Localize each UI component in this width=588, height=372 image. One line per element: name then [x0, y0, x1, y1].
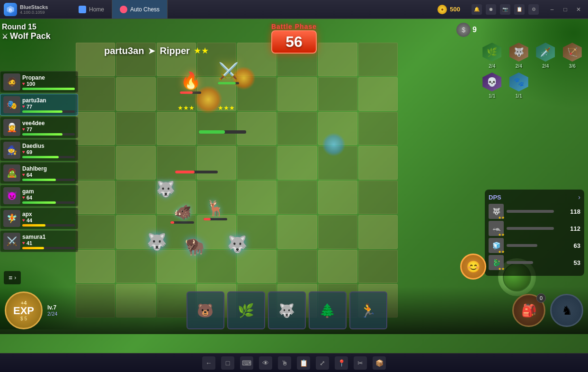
board-cell-5-2[interactable] — [157, 215, 196, 249]
board-cell-5-0[interactable] — [76, 215, 115, 249]
board-cell-1-3[interactable] — [197, 77, 236, 111]
board-cell-0-6[interactable] — [318, 43, 357, 76]
shop-slot-4[interactable]: 🏃 — [349, 291, 387, 329]
board-cell-4-1[interactable] — [116, 181, 155, 214]
board-cell-5-4[interactable] — [237, 215, 276, 249]
camera-button[interactable]: 👁 — [259, 356, 272, 370]
board-cell-5-3[interactable] — [197, 215, 236, 249]
cursor-button[interactable]: 🖱 — [278, 356, 291, 370]
board-cell-2-0[interactable] — [76, 112, 115, 145]
chess-board — [76, 43, 398, 318]
close-button[interactable]: ✕ — [573, 4, 584, 15]
board-cell-6-2[interactable] — [157, 250, 196, 283]
chess-tab[interactable]: Auto Chess — [112, 0, 168, 18]
trait-item-2[interactable]: 🗡️ 2/4 — [534, 42, 558, 69]
keyboard-button[interactable]: ⌨ — [240, 356, 253, 370]
copy-button[interactable]: 📋 — [297, 356, 310, 370]
player-item-vee4dee[interactable]: 🧝 vee4dee ♥ 77 — [0, 117, 78, 138]
bag-button[interactable]: 🎒 0 — [512, 294, 545, 327]
trait-item-1[interactable]: 🐺 2/4 — [507, 42, 531, 69]
board-cell-4-5[interactable] — [277, 181, 317, 214]
board-cell-3-3[interactable] — [197, 146, 236, 180]
board-cell-6-7[interactable] — [358, 250, 398, 283]
location-button[interactable]: 📍 — [335, 356, 348, 370]
board-cell-5-6[interactable] — [318, 215, 357, 249]
record-icon[interactable]: ⏺ — [486, 4, 496, 15]
board-cell-3-1[interactable] — [116, 146, 155, 180]
chat-button[interactable]: 😊 — [460, 254, 486, 280]
board-cell-2-5[interactable] — [277, 112, 317, 145]
board-cell-4-4[interactable] — [237, 181, 276, 214]
shop-slot-2[interactable]: 🐺 — [268, 291, 306, 329]
board-cell-1-6[interactable] — [318, 77, 357, 111]
menu-button[interactable]: ≡ › — [4, 271, 21, 284]
player-item-apx[interactable]: 🧚 apx ♥ 44 — [0, 208, 78, 229]
trait-item-3[interactable]: 🏹 3/6 — [561, 42, 585, 69]
home-button[interactable]: □ — [221, 356, 234, 370]
home-tab[interactable]: Home — [71, 0, 112, 18]
hp-bar-container-vee4dee — [22, 133, 75, 136]
board-cell-3-4[interactable] — [237, 146, 276, 180]
board-cell-4-7[interactable] — [358, 181, 398, 214]
board-cell-2-2[interactable] — [157, 112, 196, 145]
trait-item-4[interactable]: 💀 1/1 — [480, 72, 504, 99]
player-item-samura1[interactable]: ⚔️ samura1 ♥ 41 — [0, 230, 78, 252]
hp-bar-container-Daedius — [22, 156, 75, 158]
board-cell-6-0[interactable] — [76, 250, 115, 283]
player-item-partu3an[interactable]: 🎭 partu3an ♥ 77 — [0, 94, 78, 116]
board-cell-0-7[interactable] — [358, 43, 398, 76]
settings-icon[interactable]: ⚙ — [528, 4, 539, 15]
scissors-button[interactable]: ✂ — [354, 356, 367, 370]
board-cell-1-5[interactable] — [277, 77, 317, 111]
player-item-Propane[interactable]: 🧔 Propane ♥ 100 — [0, 71, 78, 93]
board-cell-1-4[interactable] — [237, 77, 276, 111]
copy-icon[interactable]: 📋 — [514, 4, 525, 15]
resize-button[interactable]: ⤢ — [316, 356, 329, 370]
board-cell-6-6[interactable] — [318, 250, 357, 283]
shop-slot-icon-4: 🏃 — [360, 303, 376, 318]
chess-piece-button[interactable]: ♞ — [550, 294, 583, 327]
board-cell-4-0[interactable] — [76, 181, 115, 214]
board-cell-6-3[interactable] — [197, 250, 236, 283]
board-cell-4-3[interactable] — [197, 181, 236, 214]
board-cell-3-0[interactable] — [76, 146, 115, 180]
shop-slot-0[interactable]: 🐻 — [187, 291, 224, 329]
exp-button[interactable]: +4 EXP $ 5 — [5, 291, 43, 329]
shop-slot-3[interactable]: 🌲 — [309, 291, 347, 329]
board-cell-2-3[interactable] — [197, 112, 236, 145]
board-cell-3-2[interactable] — [157, 146, 196, 180]
board-cell-1-2[interactable] — [157, 77, 196, 111]
board-cell-6-4[interactable] — [237, 250, 276, 283]
board-cell-3-5[interactable] — [277, 146, 317, 180]
minimize-button[interactable]: – — [546, 4, 558, 15]
board-cell-5-5[interactable] — [277, 215, 317, 249]
dps-expand-button[interactable]: › — [578, 193, 580, 201]
player-item-Dahlberg[interactable]: 🧟 Dahlberg ♥ 64 — [0, 162, 78, 184]
board-cell-2-7[interactable] — [358, 112, 398, 145]
board-cell-4-2[interactable] — [157, 181, 196, 214]
board-cell-6-5[interactable] — [277, 250, 317, 283]
maximize-button[interactable]: □ — [560, 4, 571, 15]
board-cell-0-4[interactable] — [237, 43, 276, 76]
board-cell-2-6[interactable] — [318, 112, 357, 145]
board-cell-2-4[interactable] — [237, 112, 276, 145]
board-cell-5-1[interactable] — [116, 215, 155, 249]
board-cell-5-7[interactable] — [358, 215, 398, 249]
screenshot-icon[interactable]: 📷 — [500, 4, 510, 15]
board-cell-3-6[interactable] — [318, 146, 357, 180]
board-cell-1-7[interactable] — [358, 77, 398, 111]
package-button[interactable]: 📦 — [373, 356, 386, 370]
back-button[interactable]: ← — [202, 356, 215, 370]
trait-item-5[interactable]: 🐾 1/1 — [507, 72, 531, 99]
shop-slot-1[interactable]: 🌿 — [227, 291, 265, 329]
trait-item-0[interactable]: 🌿 2/4 — [480, 42, 504, 69]
player-item-gam[interactable]: 😈 gam ♥ 64 — [0, 185, 78, 207]
player-item-Daedius[interactable]: 🧙 Daedius ♥ 69 — [0, 139, 78, 161]
board-cell-2-1[interactable] — [116, 112, 155, 145]
board-cell-6-1[interactable] — [116, 250, 155, 283]
notification-icon[interactable]: 🔔 — [472, 4, 482, 15]
board-cell-3-7[interactable] — [358, 146, 398, 180]
board-cell-1-0[interactable] — [76, 77, 115, 111]
board-cell-1-1[interactable] — [116, 77, 155, 111]
board-cell-4-6[interactable] — [318, 181, 357, 214]
